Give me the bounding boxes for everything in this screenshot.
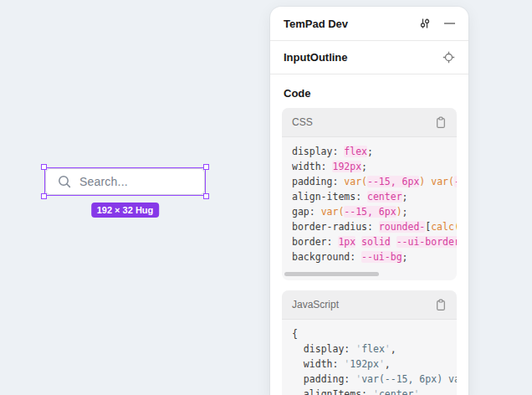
tempad-dev-panel: TemPad Dev InputOutline <box>270 7 468 395</box>
preferences-button[interactable] <box>418 17 432 30</box>
minus-icon <box>444 22 455 25</box>
search-placeholder: Search... <box>79 175 128 188</box>
css-code-block: CSS display: flex;width: 192px;padding: … <box>282 108 457 280</box>
component-row: InputOutline <box>270 41 468 74</box>
css-block-header: CSS <box>282 108 457 137</box>
resize-handle-top-left[interactable] <box>41 164 47 170</box>
resize-handle-bottom-left[interactable] <box>41 193 47 199</box>
sliders-icon <box>418 17 432 30</box>
crosshair-icon <box>442 51 455 64</box>
minimize-button[interactable] <box>444 22 455 25</box>
resize-handle-bottom-right[interactable] <box>203 193 209 199</box>
search-input-component[interactable]: Search... <box>45 168 205 195</box>
code-section-title: Code <box>284 87 455 100</box>
locate-button[interactable] <box>442 51 455 64</box>
selected-component: Search... 192 × 32 Hug <box>45 168 205 195</box>
horizontal-scrollbar[interactable] <box>284 272 379 276</box>
panel-title: TemPad Dev <box>284 18 348 30</box>
css-block-title: CSS <box>292 116 313 128</box>
clipboard-icon <box>435 116 447 129</box>
panel-header: TemPad Dev <box>270 7 468 41</box>
resize-handle-top-right[interactable] <box>203 164 209 170</box>
javascript-code-block: JavaScript { display: 'flex', width: '19… <box>282 290 457 395</box>
javascript-code: { display: 'flex', width: '192px', paddi… <box>282 320 457 395</box>
copy-javascript-button[interactable] <box>435 299 447 311</box>
javascript-block-title: JavaScript <box>292 299 339 310</box>
search-icon <box>57 174 72 189</box>
component-name: InputOutline <box>284 51 348 64</box>
css-code: display: flex;width: 192px;padding: var(… <box>282 137 457 268</box>
clipboard-icon <box>435 299 447 311</box>
javascript-block-header: JavaScript <box>282 290 457 320</box>
dimension-badge: 192 × 32 Hug <box>91 203 160 218</box>
copy-css-button[interactable] <box>435 116 447 129</box>
